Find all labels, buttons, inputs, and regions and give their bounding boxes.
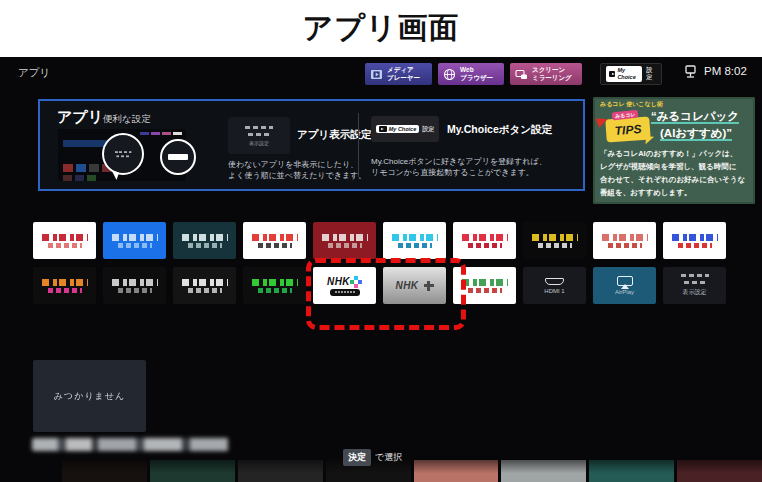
mini-mychoice-decoration [168,154,188,160]
plus-icon [424,281,434,291]
grid-dots-icon [681,274,709,285]
app-tile[interactable] [103,222,166,259]
mychoice-setting-description: My.Choiceボタンに好きなアプリを登録すれば、リモコンから直接起動すること… [371,156,547,178]
app-tile[interactable] [383,222,446,259]
tips-title: “みるコレパック (AIおすすめ)” [651,108,739,142]
network-icon [684,65,697,79]
callout-circle-mychoice [160,139,196,175]
app-logo [182,232,228,250]
grid-dots-icon [245,126,273,137]
display-settings-tile[interactable]: 表示設定 [228,117,290,154]
app-tile[interactable] [103,267,166,304]
app-tile[interactable] [313,222,376,259]
mychoice-settings-button[interactable]: My Choice 設定 [600,63,662,85]
film-icon [370,68,383,81]
media-player-label: メディアプレーヤー [387,66,420,82]
app-logo [112,277,158,295]
mychoice-settings-label: 設定 [646,67,656,81]
content-thumbnail[interactable] [414,460,499,482]
app-tile[interactable] [243,267,306,304]
app-tile[interactable] [453,222,516,259]
content-thumbnail-row [62,460,762,482]
hdmi-icon [545,278,564,285]
app-logo [42,277,88,295]
app-logo [392,232,438,250]
app-logo [182,277,228,295]
nhk-plus-badge [330,289,360,296]
mini-screenshot [58,129,186,181]
nhk-plus-logo: NHK [327,276,362,287]
play-icon [379,126,387,132]
app-grid-row1 [33,222,726,259]
callout-circle-display-settings [102,133,144,175]
select-hint: 決定 で選択 [343,449,402,466]
app-tile[interactable] [173,222,236,259]
nhk-plus-icon [354,276,358,280]
mirukore-tips-banner[interactable]: みるコレ 使いこなし術 みるコレ TIPS “みるコレパック (AIおすすめ)”… [593,97,755,204]
hint-text: で選択 [375,451,402,464]
app-logo [252,277,298,295]
app-logo [532,232,578,250]
panel-divider [358,113,359,177]
not-found-label: みつかりません [54,390,125,403]
app-tile[interactable] [173,267,236,304]
screen-mirroring-button[interactable]: スクリーンミラーリング [510,63,582,85]
clock: PM 8:02 [704,65,747,77]
airplay-icon [617,276,633,286]
tv-screen: アプリ メディアプレーヤー Webブラウザー スクリーンミラーリング [0,57,762,482]
app-logo [462,232,508,250]
app-tile-hdmi1[interactable]: HDMI 1 [523,267,586,304]
app-settings-panel: アプリ 便利な設定 表示設定 アプリ表示設定 使わないアプリを非 [38,99,585,191]
screenshot-page: アプリ画面 アプリ メディアプレーヤー Webブラウザー [0,0,762,482]
panel-subtitle: 便利な設定 [103,113,151,126]
grid-dots-icon [115,151,132,158]
app-logo [672,232,718,250]
web-browser-label: Webブラウザー [460,66,493,82]
mini-topbar-decoration [140,132,182,135]
screen-label: アプリ [18,66,50,80]
app-tile-airplay[interactable]: AirPlay [593,267,656,304]
app-tile-nhk-gray[interactable]: NHK [383,267,446,304]
tips-bubble-label: TIPS [605,116,650,142]
app-logo [252,232,298,250]
app-tile-display-settings[interactable]: 表示設定 [663,267,726,304]
mychoice-setting-button[interactable]: My Choice 設定 [371,116,439,142]
screen-mirroring-label: スクリーンミラーリング [532,66,572,82]
app-tile[interactable] [593,222,656,259]
not-found-tile: みつかりません [33,360,146,432]
app-tile[interactable] [523,222,586,259]
app-logo [112,232,158,250]
display-settings-heading: アプリ表示設定 [297,128,371,142]
app-tile[interactable] [33,222,96,259]
content-thumbnail[interactable] [501,460,586,482]
mychoice-logo: My Choice [606,66,642,81]
app-logo [42,232,88,250]
enter-key-badge: 決定 [343,449,371,466]
content-thumbnail[interactable] [150,460,235,482]
app-logo [322,232,368,250]
play-icon [609,71,615,77]
blurred-caption [32,438,250,451]
content-thumbnail[interactable] [589,460,674,482]
app-logo [462,277,508,295]
content-thumbnail[interactable] [677,460,762,482]
app-tile[interactable] [453,267,516,304]
media-player-button[interactable]: メディアプレーヤー [365,63,432,85]
app-tile[interactable] [663,222,726,259]
nhk-gray-logo: NHK [395,280,433,291]
screen-mirroring-icon [515,68,528,81]
app-tile[interactable] [33,267,96,304]
panel-title: アプリ [57,108,103,127]
web-browser-button[interactable]: Webブラウザー [438,63,504,85]
mini-tiles-decoration2 [63,175,181,181]
app-tile[interactable] [243,222,306,259]
content-thumbnail[interactable] [62,460,147,482]
content-thumbnail[interactable] [238,460,323,482]
app-logo [602,232,648,250]
globe-icon [443,68,456,81]
display-settings-tile-label: 表示設定 [249,140,269,146]
tips-logo: みるコレ TIPS [598,110,652,146]
mychoice-button-label: 設定 [422,125,434,134]
display-settings-description: 使わないアプリを非表示にしたり、よく使う順に並べ替えたりできます。 [228,159,366,181]
app-tile-nhk-plus[interactable]: NHK [313,267,376,304]
